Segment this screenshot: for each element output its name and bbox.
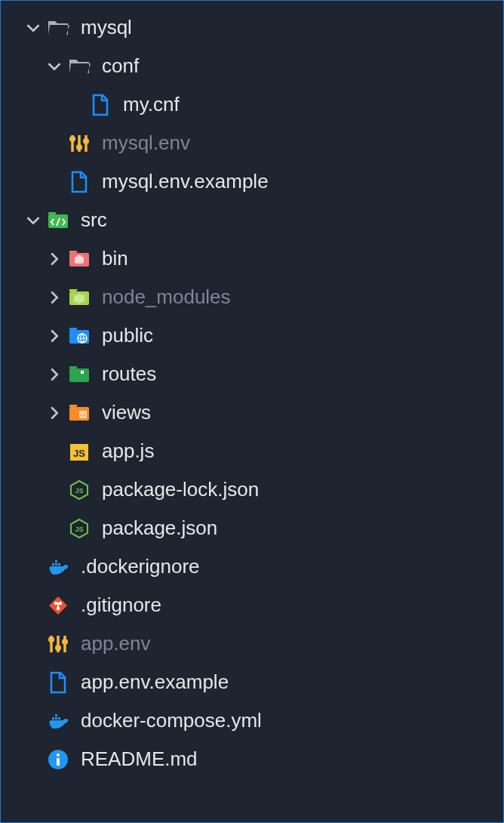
tree-item-menvex[interactable]: mysql.env.example [1,162,503,201]
file-generic-icon [45,669,72,696]
js-icon [66,438,93,465]
tree-item-public[interactable]: public [1,316,503,355]
chevron-right-icon[interactable] [43,328,66,344]
docker-icon [45,707,72,735]
tree-item-label: routes [102,362,156,386]
folder-routes-icon [66,361,93,388]
chevron-down-icon[interactable] [43,59,66,74]
tree-item-label: mysql.env.example [102,170,269,193]
tree-item-dcomp[interactable]: docker-compose.yml [1,701,503,740]
tree-item-label: node_modules [102,285,231,309]
chevron-down-icon[interactable] [22,20,45,35]
docker-icon [45,553,72,581]
tree-item-label: src [81,208,107,232]
tree-item-label: conf [102,54,139,78]
folder-src-icon [45,207,72,234]
tree-item-label: mysql.env [102,131,190,155]
node-icon [66,515,93,542]
tree-item-pjson[interactable]: package.json [1,509,503,547]
tree-item-label: bin [102,247,128,270]
env-icon [66,130,93,157]
tree-item-label: README.md [81,747,198,771]
chevron-right-icon[interactable] [43,367,66,382]
tree-item-label: app.env [81,632,151,655]
chevron-down-icon[interactable] [22,213,45,228]
tree-item-appjs[interactable]: app.js [1,432,503,470]
tree-item-label: app.js [102,439,154,463]
folder-icon [45,14,72,42]
tree-item-routes[interactable]: routes [1,355,503,393]
node-icon [66,476,93,504]
tree-item-label: mysql [81,16,132,39]
tree-item-label: views [102,401,151,424]
tree-item-readme[interactable]: README.md [1,740,503,778]
tree-item-plock[interactable]: package-lock.json [1,470,503,509]
tree-item-views[interactable]: views [1,393,503,432]
file-generic-icon [87,91,114,119]
tree-item-label: package-lock.json [102,478,259,501]
tree-item-appenvex[interactable]: app.env.example [1,663,503,701]
tree-item-src[interactable]: src [1,201,503,239]
file-explorer: mysqlconfmy.cnfmysql.envmysql.env.exampl… [1,8,503,778]
info-icon [45,746,72,773]
tree-item-label: app.env.example [81,670,229,694]
chevron-right-icon[interactable] [43,290,66,305]
tree-item-bin[interactable]: bin [1,239,503,278]
tree-item-mycnf[interactable]: my.cnf [1,85,503,124]
tree-item-label: public [102,324,153,347]
tree-item-appenv[interactable]: app.env [1,624,503,663]
folder-public-icon [66,322,93,350]
tree-item-conf[interactable]: conf [1,47,503,85]
folder-icon [66,53,93,80]
git-icon [45,592,72,619]
tree-item-nm[interactable]: node_modules [1,278,503,316]
tree-item-gign[interactable]: .gitignore [1,586,503,624]
tree-item-menv[interactable]: mysql.env [1,124,503,162]
chevron-right-icon[interactable] [43,405,66,421]
tree-item-label: .dockerignore [81,555,200,578]
tree-item-label: my.cnf [123,93,180,116]
folder-nm-icon [66,284,93,311]
tree-item-label: package.json [102,516,217,540]
file-generic-icon [66,168,93,196]
folder-bin-icon [66,245,93,273]
chevron-right-icon[interactable] [43,251,66,267]
tree-item-mysql[interactable]: mysql [1,8,503,47]
tree-item-dign[interactable]: .dockerignore [1,547,503,586]
tree-item-label: .gitignore [81,593,161,617]
env-icon [45,630,72,658]
tree-item-label: docker-compose.yml [81,709,262,732]
folder-views-icon [66,399,93,427]
